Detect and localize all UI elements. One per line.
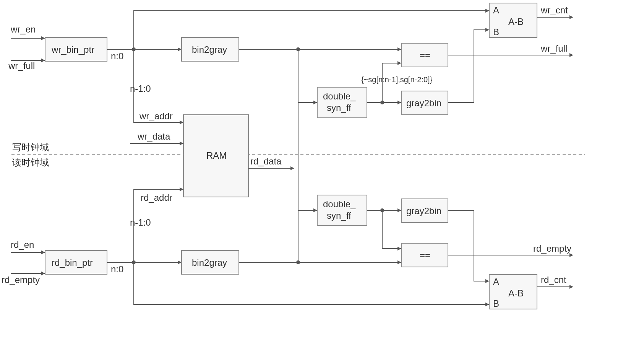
rd-ptr-n0-label: n:0 bbox=[111, 264, 123, 274]
rd-en-label: rd_en bbox=[11, 239, 34, 250]
fifo-block-diagram: 写时钟域 读时钟域 wr_bin_ptr wr_en wr_full n:0 n… bbox=[0, 0, 644, 340]
sub-top-op-label: A-B bbox=[508, 16, 524, 27]
dsyn-bot-label-2: syn_ff bbox=[327, 210, 351, 221]
sub-top-a-label: A bbox=[493, 5, 499, 15]
rd-empty-out-label: rd_empty bbox=[533, 243, 571, 254]
ram-label: RAM bbox=[206, 150, 227, 161]
sub-bot-a-label: A bbox=[493, 277, 499, 287]
wrgray-to-dsyn-bot bbox=[298, 49, 317, 210]
eq-top-label: == bbox=[420, 50, 430, 60]
dsyn-bot-to-eq bbox=[382, 210, 401, 249]
rd-addr-label: rd_addr bbox=[141, 192, 172, 203]
dsyn-top-label-2: syn_ff bbox=[327, 102, 351, 113]
wr-en-label: wr_en bbox=[10, 24, 36, 34]
eq-bot-label: == bbox=[420, 250, 430, 260]
gray2bin-top-to-sub-b bbox=[448, 30, 489, 102]
gray2bin-bot-to-sub-a bbox=[448, 210, 489, 281]
wr-cnt-label: wr_cnt bbox=[540, 5, 568, 15]
read-domain-label: 读时钟域 bbox=[12, 157, 49, 168]
sub-bot-op-label: A-B bbox=[508, 288, 524, 298]
rd-addr-n1-label: n-1:0 bbox=[130, 217, 151, 228]
gray2bin-bot-label: gray2bin bbox=[406, 206, 441, 216]
write-domain-label: 写时钟域 bbox=[12, 142, 49, 152]
wr-full-out-label: wr_full bbox=[540, 43, 567, 54]
wr-bin-ptr-label: wr_bin_ptr bbox=[51, 44, 94, 55]
rd-data-label: rd_data bbox=[250, 156, 282, 166]
rd-bin-ptr-label: rd_bin_ptr bbox=[52, 257, 93, 268]
rd-empty-label: rd_empty bbox=[2, 275, 40, 285]
dsyn-bot-label-1: double_ bbox=[323, 199, 356, 209]
rd-cnt-label: rd_cnt bbox=[541, 275, 566, 285]
dsyn-top-label-1: double_ bbox=[323, 91, 356, 101]
wr-ptr-n0-label: n:0 bbox=[111, 51, 123, 61]
wr-addr-n1-label: n-1:0 bbox=[130, 83, 151, 94]
bin2gray-bot-label: bin2gray bbox=[192, 257, 227, 268]
sg-expr-label: {~sg[n:n-1],sg[n-2:0]} bbox=[361, 75, 433, 84]
sub-top-b-label: B bbox=[493, 27, 499, 37]
sub-bot-b-label: B bbox=[493, 298, 499, 309]
rdgray-to-dsyn-top bbox=[298, 102, 317, 262]
wr-data-label: wr_data bbox=[137, 131, 170, 142]
bin2gray-top-label: bin2gray bbox=[192, 44, 227, 55]
wr-full-label: wr_full bbox=[8, 60, 35, 71]
gray2bin-top-label: gray2bin bbox=[406, 98, 441, 108]
wr-addr-label: wr_addr bbox=[139, 111, 173, 121]
